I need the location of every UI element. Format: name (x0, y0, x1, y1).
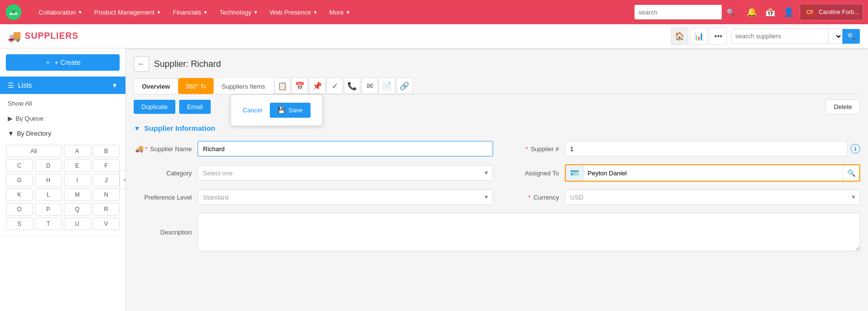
alpha-t-button[interactable]: T (35, 218, 62, 230)
back-arrow-icon: ← (138, 60, 145, 68)
alpha-c-button[interactable]: C (6, 159, 33, 172)
alpha-k-button[interactable]: K (6, 188, 33, 201)
chevron-down-icon: ▼ (253, 10, 258, 15)
nav-web-presence[interactable]: Web Presence ▼ (265, 6, 323, 19)
supplier-name-input[interactable] (198, 141, 493, 156)
sidebar-by-directory[interactable]: ▼ By Directory (0, 126, 125, 141)
alpha-g-button[interactable]: G (6, 174, 33, 187)
preference-level-select[interactable]: Standard High Low (198, 189, 493, 205)
preference-level-row: Preference Level Standard High Low ▼ (134, 189, 493, 205)
search-button[interactable]: 🔍 (722, 5, 740, 19)
description-textarea[interactable] (198, 213, 860, 251)
alpha-u-button[interactable]: U (64, 218, 91, 230)
sidebar-show-all[interactable]: Show All (0, 96, 125, 111)
assigned-to-input[interactable] (584, 165, 843, 181)
nav-more[interactable]: More ▼ (325, 6, 356, 19)
tab-notes-button[interactable]: 📋 (274, 78, 291, 94)
assigned-to-row: Assigned To 🪪 🔍 (501, 164, 860, 182)
category-label: Category (134, 170, 192, 177)
expand-arrow-icon: ▶ (8, 115, 13, 122)
tab-overview[interactable]: Overview (134, 78, 178, 94)
currency-row: * Currency USD EUR GBP ▼ (501, 189, 860, 205)
back-button[interactable]: ← (134, 56, 149, 72)
assigned-to-search-button[interactable]: 🔍 (843, 165, 859, 181)
page-header: ← Supplier: Richard (134, 56, 860, 72)
tab-phone-button[interactable]: 📞 (344, 78, 360, 94)
nav-financials[interactable]: Financials ▼ (168, 6, 213, 19)
sidebar-lists-header[interactable]: ☰ Lists ▼ (0, 77, 125, 94)
action-left-buttons: Duplicate Email (134, 100, 211, 114)
currency-select[interactable]: USD EUR GBP (565, 189, 860, 205)
tab-tasks-button[interactable]: ✓ (326, 78, 343, 94)
chart-view-button[interactable]: 📊 (690, 28, 708, 45)
nav-product-management[interactable]: Product Management ▼ (90, 6, 166, 19)
notifications-icon[interactable]: 🔔 (744, 5, 759, 19)
supplier-number-row: * Supplier # ℹ (501, 141, 860, 156)
email-button[interactable]: Email (179, 100, 211, 114)
delete-button[interactable]: Delete (825, 99, 860, 114)
calendar-icon[interactable]: 📅 (763, 5, 777, 19)
nav-technology[interactable]: Technology ▼ (215, 6, 263, 19)
info-icon[interactable]: ℹ (851, 144, 860, 154)
contact-icon[interactable]: 👤 (781, 5, 796, 19)
save-button[interactable]: 💾 Save (270, 103, 310, 118)
main-layout: ＋ + Create ☰ Lists ▼ Show All ▶ By Queue… (0, 48, 868, 311)
form-section: ▼ Supplier Information 🚚 * Supplier Name (134, 119, 860, 259)
tab-email-button[interactable]: ✉ (361, 78, 378, 94)
list-icon: ☰ (8, 81, 14, 89)
supplier-name-label: 🚚 * Supplier Name (134, 145, 192, 153)
nav-collaboration[interactable]: Collaboration ▼ (34, 6, 88, 19)
alpha-j-button[interactable]: J (93, 174, 120, 187)
search-input[interactable] (635, 9, 722, 16)
alpha-a-button[interactable]: A (64, 145, 91, 157)
secondary-right-controls: 🏠 📊 ••• 🔍 (671, 28, 860, 45)
alpha-r-button[interactable]: R (93, 203, 120, 216)
alpha-e-button[interactable]: E (64, 159, 91, 172)
preference-level-label: Preference Level (134, 194, 192, 201)
alpha-m-button[interactable]: M (64, 188, 91, 201)
supplier-number-input[interactable] (565, 141, 848, 156)
supplier-number-wrap: ℹ (565, 141, 860, 156)
user-menu[interactable]: CF Caroline Forb... (800, 4, 863, 20)
tab-360[interactable]: 360° ↻ (178, 78, 214, 94)
tab-documents-button[interactable]: 📄 (379, 78, 395, 94)
alpha-o-button[interactable]: O (6, 203, 33, 216)
app-logo[interactable] (5, 3, 24, 21)
sidebar-by-queue[interactable]: ▶ By Queue (0, 111, 125, 126)
tab-calendar-button[interactable]: 📅 (292, 78, 308, 94)
global-search: 🔍 (635, 5, 740, 19)
description-label: Description (134, 229, 192, 236)
alpha-all-button[interactable]: All (6, 145, 62, 157)
supplier-search-wrap: 🔍 (731, 29, 860, 44)
refresh-icon: ↻ (201, 82, 206, 90)
alpha-s-button[interactable]: S (6, 218, 33, 230)
search-suppliers-button[interactable]: 🔍 (842, 29, 860, 44)
home-view-button[interactable]: 🏠 (671, 28, 688, 45)
alpha-l-button[interactable]: L (35, 188, 62, 201)
cancel-link[interactable]: Cancel (243, 107, 262, 114)
alpha-i-button[interactable]: I (64, 174, 91, 187)
tab-suppliers-items[interactable]: Suppliers Items (214, 78, 274, 94)
top-navigation: Collaboration ▼ Product Management ▼ Fin… (0, 0, 868, 24)
action-bar: Duplicate Email Cancel 💾 Save Delete (134, 94, 860, 119)
suppliers-title-area: 🚚 SUPPLIERS (8, 30, 671, 43)
sidebar-collapse-handle[interactable]: ◀ (120, 170, 126, 189)
alpha-q-button[interactable]: Q (64, 203, 91, 216)
tab-pin-button[interactable]: 📌 (309, 78, 326, 94)
alpha-d-button[interactable]: D (35, 159, 62, 172)
alpha-p-button[interactable]: P (35, 203, 62, 216)
alpha-f-button[interactable]: F (93, 159, 120, 172)
alpha-n-button[interactable]: N (93, 188, 120, 201)
alpha-b-button[interactable]: B (93, 145, 120, 157)
alpha-h-button[interactable]: H (35, 174, 62, 187)
create-button[interactable]: ＋ + Create (6, 54, 120, 71)
section-chevron-icon: ▼ (134, 124, 140, 132)
alpha-v-button[interactable]: V (93, 218, 120, 230)
duplicate-button[interactable]: Duplicate (134, 100, 175, 114)
search-suppliers-dropdown[interactable] (828, 29, 842, 44)
nav-menu: Collaboration ▼ Product Management ▼ Fin… (34, 6, 635, 19)
more-views-button[interactable]: ••• (710, 28, 727, 45)
search-suppliers-input[interactable] (731, 32, 828, 40)
category-select[interactable]: Select one (198, 165, 493, 181)
tab-link-button[interactable]: 🔗 (396, 78, 413, 94)
